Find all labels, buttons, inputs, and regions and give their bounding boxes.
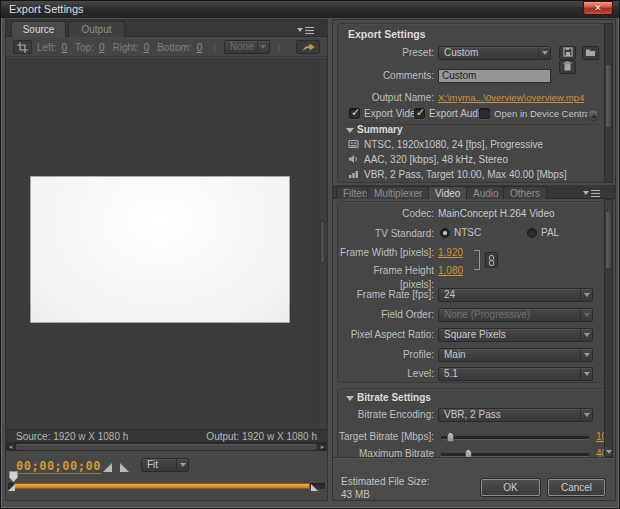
slider-thumb[interactable] [447, 432, 454, 442]
import-preset-button[interactable] [582, 46, 599, 60]
chevron-down-icon [176, 459, 188, 471]
tab-output[interactable]: Output [68, 21, 125, 37]
set-in-point-icon[interactable] [103, 463, 112, 472]
target-bitrate-slider[interactable] [441, 436, 589, 439]
tab-others[interactable]: Others [503, 186, 547, 199]
field-order-dropdown[interactable]: None (Progressive) [438, 308, 593, 322]
open-device-central-checkbox[interactable]: Open in Device Central [479, 108, 592, 119]
playhead[interactable] [9, 471, 18, 482]
close-button[interactable]: ✕ [583, 1, 613, 15]
tab-source[interactable]: Source [11, 21, 66, 37]
folder-icon [585, 47, 596, 57]
crop-button[interactable] [13, 40, 32, 54]
save-preset-button[interactable] [559, 46, 576, 60]
link-dimensions-button[interactable] [485, 252, 498, 268]
summary-video-line: NTSC, 1920x1080, 24 [fps], Progressive [348, 138, 600, 152]
timeline-area: 00;00;00;00 Fit [6, 451, 327, 500]
chevron-down-icon [257, 41, 269, 53]
settings-panel-menu-icon[interactable] [583, 188, 601, 197]
work-area-left-handle[interactable] [8, 484, 15, 491]
work-area-bar[interactable] [14, 483, 310, 489]
video-preview-area [6, 58, 327, 430]
crop-right-value[interactable]: 0 [144, 42, 150, 53]
crop-icon [17, 42, 28, 53]
tab-audio[interactable]: Audio [466, 186, 506, 199]
pal-radio[interactable]: PAL [527, 227, 559, 238]
bitrate-encoding-label: Bitrate Encoding: [338, 408, 434, 422]
preset-dropdown[interactable]: Custom [438, 46, 551, 60]
bitrate-settings-group: Bitrate Settings Bitrate Encoding: VBR, … [337, 388, 609, 458]
field-order-label: Field Order: [338, 308, 434, 322]
panel-menu-icon[interactable] [297, 25, 315, 34]
preset-label: Preset: [338, 46, 434, 60]
output-name-link[interactable]: X:\myma...\0verview\overview.mp4 [438, 91, 584, 105]
ntsc-radio[interactable]: NTSC [440, 227, 481, 238]
set-out-point-icon[interactable] [120, 463, 129, 472]
preview-horizontal-scrollbar[interactable]: ◄ ► [6, 443, 327, 451]
scroll-down-icon[interactable] [605, 447, 612, 456]
tab-video[interactable]: Video [428, 186, 467, 199]
pixel-aspect-ratio-dropdown[interactable]: Square Pixels [438, 328, 593, 342]
cancel-button[interactable]: Cancel [548, 479, 605, 496]
level-dropdown[interactable]: 5.1 [438, 367, 593, 381]
video-icon [348, 139, 360, 152]
export-settings-dialog: Export Settings ✕ Source Output Left:0 T… [0, 0, 620, 509]
chevron-down-icon [580, 289, 592, 301]
crop-top-label: Top: [75, 42, 94, 53]
export-settings-scrollbar[interactable] [604, 23, 613, 183]
scroll-left-icon[interactable]: ◄ [6, 443, 15, 451]
speaker-icon [348, 154, 360, 167]
frame-rate-dropdown[interactable]: 24 [438, 288, 593, 302]
export-video-checkbox[interactable]: Export Video [349, 108, 421, 119]
export-audio-checkbox[interactable]: Export Audio [414, 108, 486, 119]
frame-width-value[interactable]: 1,920 [438, 246, 463, 260]
window-title: Export Settings [9, 3, 84, 15]
zoom-level-dropdown[interactable]: Fit [141, 458, 189, 472]
tab-multiplexer[interactable]: Multiplexer [367, 186, 429, 199]
chevron-down-icon [538, 47, 550, 59]
frame-height-value[interactable]: 1,080 [438, 264, 463, 278]
comments-input[interactable] [438, 69, 551, 83]
bitrate-collapse-icon[interactable] [346, 396, 354, 401]
crop-ratio-dropdown[interactable]: None [224, 40, 270, 54]
estimated-file-size-label: Estimated File Size: [341, 476, 429, 487]
settings-content-scrollbar[interactable] [604, 199, 613, 457]
bitrate-encoding-dropdown[interactable]: VBR, 2 Pass [438, 408, 593, 422]
source-output-tabbar: Source Output [6, 20, 327, 37]
profile-label: Profile: [338, 348, 434, 362]
profile-dropdown[interactable]: Main [438, 348, 593, 362]
radio-icon [527, 228, 537, 238]
scroll-up-icon[interactable] [605, 200, 612, 209]
checkbox-icon [349, 108, 360, 119]
arrow-up-icon [591, 114, 597, 118]
summary-collapse-icon[interactable] [346, 128, 354, 133]
bitrate-chart-icon [348, 169, 360, 182]
codec-label: Codec: [338, 207, 434, 221]
export-settings-group: Export Settings Preset: Custom Comments:… [337, 23, 609, 183]
crop-top-value[interactable]: 0 [99, 42, 105, 53]
timecode-field[interactable]: 00;00;00;00 [16, 459, 101, 474]
target-bitrate-label: Target Bitrate [Mbps]: [338, 430, 434, 444]
window-titlebar[interactable]: Export Settings [1, 1, 619, 18]
collapse-panel-button[interactable] [587, 109, 599, 121]
codec-value: MainConcept H.264 Video [438, 207, 555, 221]
video-settings-group: Codec: MainConcept H.264 Video TV Standa… [337, 201, 609, 383]
dimension-link-bracket [474, 250, 480, 270]
crop-bottom-label: Bottom: [157, 42, 191, 53]
output-settings-button[interactable] [296, 40, 320, 54]
crop-bottom-value[interactable]: 0 [197, 42, 203, 53]
settings-tabbar: Filters Multiplexer Video Audio Others [333, 185, 615, 199]
preview-vertical-scrollbar[interactable] [318, 59, 326, 428]
maximum-bitrate-slider[interactable] [441, 453, 589, 456]
scroll-right-icon[interactable]: ► [318, 443, 327, 451]
crop-left-value[interactable]: 0 [61, 42, 67, 53]
chevron-down-icon [580, 409, 592, 421]
chevron-down-icon [580, 309, 592, 321]
work-area-right-handle[interactable] [311, 484, 318, 491]
summary-audio-line: AAC, 320 [kbps], 48 kHz, Stereo [348, 153, 600, 167]
checkbox-icon [414, 108, 425, 119]
crop-left-label: Left: [37, 42, 56, 53]
ok-button[interactable]: OK [481, 479, 540, 496]
frame-rate-label: Frame Rate [fps]: [338, 288, 434, 302]
crop-right-label: Right: [113, 42, 139, 53]
